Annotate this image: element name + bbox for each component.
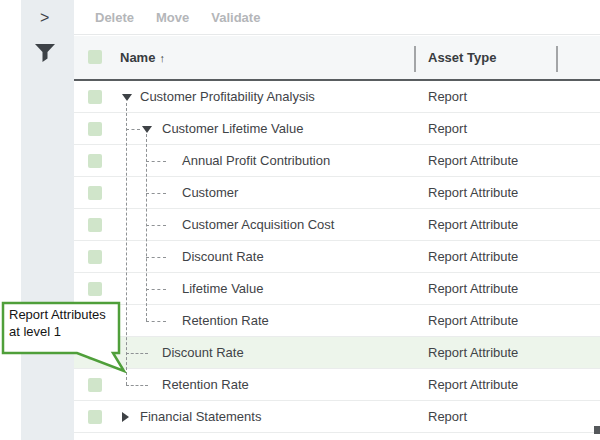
row-checkbox[interactable] (88, 346, 102, 360)
tree-connector (146, 193, 166, 194)
table-row[interactable]: Financial StatementsReport (74, 401, 600, 433)
asset-type: Report (428, 401, 467, 432)
move-button[interactable]: Move (156, 10, 189, 25)
asset-type: Report Attribute (428, 145, 518, 176)
asset-name: Annual Profit Contribution (182, 145, 330, 176)
tree-guide-level2 (146, 134, 147, 321)
column-divider[interactable] (556, 46, 558, 72)
tree-connector (146, 161, 166, 162)
row-checkbox[interactable] (88, 378, 102, 392)
table-row[interactable]: Customer Acquisition CostReport Attribut… (74, 209, 600, 241)
sort-ascending-icon: ↑ (159, 52, 165, 64)
row-checkbox[interactable] (88, 282, 102, 296)
row-checkbox[interactable] (88, 154, 102, 168)
table-body: Customer Profitability AnalysisReportCus… (74, 81, 600, 433)
asset-type: Report (428, 81, 467, 112)
collapse-node-icon[interactable] (142, 126, 152, 133)
row-checkbox[interactable] (88, 90, 102, 104)
asset-name: Customer Acquisition Cost (182, 209, 334, 240)
table-header: Name ↑ Asset Type (74, 36, 600, 81)
asset-name: Retention Rate (182, 305, 269, 336)
asset-name: Retention Rate (162, 369, 249, 400)
table-row[interactable]: Retention RateReport Attribute (74, 369, 600, 401)
expand-panel-icon[interactable]: > (40, 9, 49, 27)
asset-name: Customer (182, 177, 238, 208)
table-row[interactable]: Lifetime ValueReport Attribute (74, 273, 600, 305)
asset-name: Customer Lifetime Value (162, 113, 303, 144)
asset-name: Discount Rate (182, 241, 264, 272)
delete-button[interactable]: Delete (95, 10, 134, 25)
asset-type: Report (428, 113, 467, 144)
row-checkbox[interactable] (88, 122, 102, 136)
asset-type: Report Attribute (428, 369, 518, 400)
table-row[interactable]: Discount RateReport Attribute (74, 241, 600, 273)
actions-toolbar: Delete Move Validate (74, 0, 600, 35)
column-asset-type-label: Asset Type (428, 50, 496, 65)
table-row[interactable]: CustomerReport Attribute (74, 177, 600, 209)
row-checkbox[interactable] (88, 186, 102, 200)
row-checkbox[interactable] (88, 218, 102, 232)
table-row[interactable]: Retention RateReport Attribute (74, 305, 600, 337)
collapse-node-icon[interactable] (122, 94, 132, 101)
callout-text: Report Attributes at level 1 (9, 306, 113, 340)
table-row[interactable]: Discount RateReport Attribute (74, 337, 600, 369)
tree-connector (146, 257, 166, 258)
asset-type: Report Attribute (428, 209, 518, 240)
column-name-label: Name (120, 50, 155, 65)
tree-connector (126, 129, 140, 130)
tree-connector (146, 225, 166, 226)
app-window: > Delete Move Validate Name ↑ Asset Type… (0, 0, 600, 440)
column-header-asset-type[interactable]: Asset Type (428, 36, 496, 79)
table-row[interactable]: Annual Profit ContributionReport Attribu… (74, 145, 600, 177)
asset-type: Report Attribute (428, 241, 518, 272)
icon-sidebar: > (21, 0, 74, 440)
row-checkbox[interactable] (88, 250, 102, 264)
expand-node-icon[interactable] (122, 412, 129, 422)
asset-type: Report Attribute (428, 273, 518, 304)
tree-connector (146, 289, 166, 290)
asset-type: Report Attribute (428, 337, 518, 368)
row-checkbox[interactable] (88, 410, 102, 424)
tree-guide-level1 (126, 103, 127, 385)
tree-connector (146, 321, 166, 322)
column-header-name[interactable]: Name ↑ (120, 36, 165, 79)
column-divider[interactable] (414, 46, 416, 72)
asset-name: Customer Profitability Analysis (140, 81, 315, 112)
asset-name: Financial Statements (140, 401, 261, 432)
asset-type: Report Attribute (428, 305, 518, 336)
asset-name: Discount Rate (162, 337, 244, 368)
asset-type: Report Attribute (428, 177, 518, 208)
scrollbar-thumb[interactable] (594, 426, 600, 434)
asset-name: Lifetime Value (182, 273, 263, 304)
select-all-checkbox[interactable] (88, 50, 102, 64)
tree-connector (126, 385, 148, 386)
table-row[interactable]: Customer Profitability AnalysisReport (74, 81, 600, 113)
funnel-glyph (34, 43, 56, 63)
table-row[interactable]: Customer Lifetime ValueReport (74, 113, 600, 145)
validate-button[interactable]: Validate (211, 10, 260, 25)
tree-connector (126, 353, 148, 354)
filter-icon[interactable] (34, 43, 56, 63)
